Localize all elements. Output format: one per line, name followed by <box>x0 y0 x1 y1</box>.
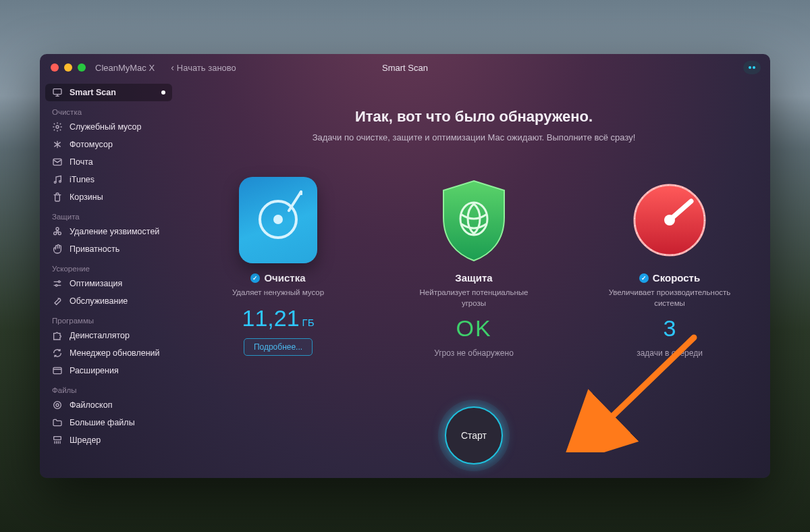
sidebar-item-optimization[interactable]: Оптимизация <box>45 275 172 292</box>
window-icon <box>52 365 63 376</box>
biohazard-icon <box>52 226 63 237</box>
folder-icon <box>52 417 63 428</box>
titlebar-title: Smart Scan <box>382 63 428 73</box>
sidebar-section-apps: Программы <box>52 317 165 325</box>
main-content: Итак, вот что было обнаружено. Задачи по… <box>178 81 770 478</box>
sidebar-item-label: Приватность <box>70 244 119 254</box>
start-label: Старт <box>461 430 487 441</box>
sidebar-item-label: Оптимизация <box>70 279 122 288</box>
hand-icon <box>52 244 63 255</box>
svg-point-1 <box>56 126 59 128</box>
sidebar-item-label: Почта <box>70 157 93 167</box>
sidebar-item-privacy[interactable]: Приватность <box>45 240 172 258</box>
app-title: CleanMyMac X <box>95 63 155 73</box>
shield-illustration <box>406 176 541 264</box>
monitor-icon <box>52 87 63 98</box>
card-cleanup: ✓ Очистка Удаляет ненужный мусор 11,21ГБ… <box>211 176 346 358</box>
sidebar-item-label: Деинсталлятор <box>70 331 130 340</box>
protection-status: Угроз не обнаружено <box>406 348 541 358</box>
sidebar-item-system-junk[interactable]: Служебный мусор <box>45 118 172 136</box>
sidebar-item-label: Большие файлы <box>70 418 135 427</box>
restart-label: Начать заново <box>177 63 236 73</box>
mail-icon <box>52 157 63 167</box>
sliders-icon <box>52 278 63 289</box>
sidebar-item-label: Шредер <box>70 435 101 445</box>
sidebar-item-label: Фотомусор <box>70 140 113 149</box>
maximize-window-button[interactable] <box>78 63 86 72</box>
result-cards: ✓ Очистка Удаляет ненужный мусор 11,21ГБ… <box>211 176 737 358</box>
sidebar-section-protection: Защита <box>52 213 165 221</box>
app-window: CleanMyMac X ‹ Начать заново Smart Scan … <box>40 54 770 478</box>
svg-rect-11 <box>53 367 61 373</box>
restart-button[interactable]: ‹ Начать заново <box>171 62 236 73</box>
card-protection: Защита Нейтрализует потенциальные угрозы… <box>406 176 541 358</box>
sidebar-item-label: Удаление уязвимостей <box>70 227 159 236</box>
sidebar-item-label: Файлоскоп <box>70 400 112 410</box>
sidebar-item-extensions[interactable]: Расширения <box>45 362 172 379</box>
wrench-icon <box>52 296 63 307</box>
check-icon: ✓ <box>639 273 649 283</box>
svg-point-10 <box>55 284 57 286</box>
sidebar-item-label: Обслуживание <box>70 296 128 306</box>
speed-status: задачи в очереди <box>602 348 737 358</box>
check-icon: ✓ <box>250 273 260 283</box>
sidebar-item-maintenance[interactable]: Обслуживание <box>45 292 172 310</box>
lens-icon <box>52 400 63 410</box>
sidebar-item-label: Менеджер обновлений <box>70 348 160 358</box>
sidebar-item-updater[interactable]: Менеджер обновлений <box>45 344 172 362</box>
svg-point-9 <box>58 281 60 283</box>
gear-icon <box>52 122 63 132</box>
card-desc: Увеличивает производительность системы <box>602 288 737 309</box>
svg-point-6 <box>56 228 59 230</box>
cleanup-value: 11,21ГБ <box>211 305 346 331</box>
sidebar-item-trash[interactable]: Корзины <box>45 188 172 206</box>
card-title: Скорость <box>653 272 700 284</box>
details-button[interactable]: Подробнее... <box>244 338 313 356</box>
svg-point-4 <box>59 180 61 182</box>
card-title: Защита <box>455 272 492 284</box>
disk-illustration <box>211 176 346 264</box>
minimize-window-button[interactable] <box>64 63 72 72</box>
card-desc: Нейтрализует потенциальные угрозы <box>406 288 541 309</box>
sidebar-item-uninstaller[interactable]: Деинсталлятор <box>45 327 172 344</box>
page-heading: Итак, вот что было обнаружено. <box>355 108 593 126</box>
svg-rect-14 <box>54 437 61 440</box>
chevron-left-icon: ‹ <box>171 62 174 73</box>
sidebar-item-malware[interactable]: Удаление уязвимостей <box>45 223 172 240</box>
sidebar-item-photo-junk[interactable]: Фотомусор <box>45 136 172 153</box>
card-desc: Удаляет ненужный мусор <box>211 288 346 298</box>
protection-value: OK <box>406 315 541 342</box>
svg-rect-0 <box>53 89 61 95</box>
sidebar-item-space-lens[interactable]: Файлоскоп <box>45 396 172 414</box>
sidebar-section-files: Файлы <box>52 386 165 394</box>
sidebar-item-label: Служебный мусор <box>70 122 142 132</box>
sidebar-item-large-files[interactable]: Большие файлы <box>45 414 172 431</box>
sidebar-item-itunes[interactable]: iTunes <box>45 171 172 188</box>
titlebar: CleanMyMac X ‹ Начать заново Smart Scan <box>40 54 770 81</box>
close-window-button[interactable] <box>51 63 59 72</box>
traffic-lights <box>51 63 86 72</box>
svg-point-3 <box>54 182 56 184</box>
speed-value: 3 <box>602 315 737 342</box>
refresh-icon <box>52 348 63 358</box>
gauge-illustration <box>602 176 737 264</box>
sidebar: Smart Scan Очистка Служебный мусор Фотом… <box>40 81 178 478</box>
start-button[interactable]: Старт <box>445 406 503 464</box>
sidebar-item-smart-scan[interactable]: Smart Scan <box>45 84 172 101</box>
sidebar-item-label: Расширения <box>70 366 119 375</box>
assistant-pill[interactable] <box>743 61 761 74</box>
sidebar-item-mail[interactable]: Почта <box>45 153 172 171</box>
sidebar-item-label: iTunes <box>70 175 94 184</box>
sidebar-item-shredder[interactable]: Шредер <box>45 431 172 449</box>
asterisk-icon <box>52 139 63 150</box>
svg-point-13 <box>56 404 59 406</box>
puzzle-icon <box>52 330 63 341</box>
svg-point-8 <box>58 232 61 235</box>
page-subheading: Задачи по очистке, защите и оптимизации … <box>313 132 636 142</box>
sidebar-section-cleanup: Очистка <box>52 108 165 116</box>
shredder-icon <box>52 435 63 446</box>
sidebar-item-label: Smart Scan <box>70 88 116 97</box>
svg-point-12 <box>54 402 61 409</box>
svg-point-7 <box>54 232 57 235</box>
sidebar-item-label: Корзины <box>70 192 103 202</box>
